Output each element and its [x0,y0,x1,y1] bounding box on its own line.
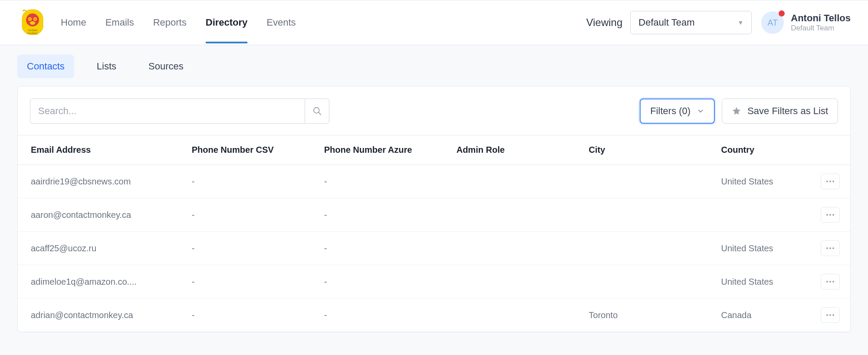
nav-item-home[interactable]: Home [61,0,86,45]
col-header-admin-role[interactable]: Admin Role [449,135,581,165]
cell-admin-role [449,198,581,232]
save-filters-label: Save Filters as List [747,105,828,117]
caret-down-icon: ▼ [737,19,743,26]
cell-city [581,265,713,299]
row-actions-button[interactable] [821,174,840,189]
cell-admin-role [449,165,581,198]
col-header-email[interactable]: Email Address [18,135,184,165]
contacts-panel: Filters (0) Save Filters as List Email A… [17,86,851,332]
cell-phone-azure: - [316,232,449,265]
cell-actions [813,165,850,198]
nav-label: Emails [105,17,134,28]
save-filters-button[interactable]: Save Filters as List [722,99,838,124]
cell-admin-role [449,232,581,265]
star-icon [732,106,741,116]
col-header-city[interactable]: City [581,135,713,165]
svg-point-23 [829,314,831,316]
cell-actions [813,299,850,332]
user-name: Antoni Tellos [791,13,851,24]
svg-text:monkey: monkey [27,32,38,35]
table-row[interactable]: aairdrie19@cbsnews.com--United States [18,165,850,198]
main-nav: Home Emails Reports Directory Events [61,0,296,45]
cell-email: adimeloe1q@amazon.co.... [18,265,184,299]
topbar: contact monkey Home Emails Reports Direc… [0,0,868,45]
subtab-label: Contacts [27,61,65,72]
filter-row: Filters (0) Save Filters as List [18,86,850,135]
more-horizontal-icon [826,280,835,283]
cell-phone-csv: - [184,198,316,232]
nav-item-directory[interactable]: Directory [206,0,248,45]
col-header-country[interactable]: Country [713,135,813,165]
nav-label: Directory [206,17,248,28]
svg-point-13 [826,214,828,216]
cell-city [581,232,713,265]
svg-point-14 [829,214,831,216]
row-actions-button[interactable] [821,207,840,223]
cell-email: aaron@contactmonkey.ca [18,198,184,232]
table-row[interactable]: adimeloe1q@amazon.co....--United States [18,265,850,299]
search-icon [312,106,322,116]
search-button[interactable] [305,99,329,123]
table-row[interactable]: aaron@contactmonkey.ca-- [18,198,850,232]
cell-city [581,198,713,232]
filters-button-label: Filters (0) [650,105,690,117]
cell-phone-azure: - [316,198,449,232]
svg-text:contact: contact [28,29,38,32]
team-select[interactable]: Default Team ▼ [630,11,752,34]
nav-item-reports[interactable]: Reports [153,0,187,45]
subtab-label: Lists [97,61,116,72]
subtab-sources[interactable]: Sources [139,55,193,78]
svg-point-4 [34,18,36,20]
cell-phone-csv: - [184,299,316,332]
col-header-phone-csv[interactable]: Phone Number CSV [184,135,316,165]
svg-point-10 [826,181,828,182]
cell-city: Toronto [581,299,713,332]
search-input[interactable] [30,105,305,117]
cell-phone-csv: - [184,165,316,198]
svg-point-20 [829,281,831,283]
cell-email: acaff25@ucoz.ru [18,232,184,265]
cell-country: United States [713,232,813,265]
nav-label: Home [61,17,86,28]
nav-item-emails[interactable]: Emails [105,0,134,45]
subtabs: Contacts Lists Sources [0,45,868,86]
svg-point-12 [832,181,834,182]
cell-country: United States [713,165,813,198]
table-header-row: Email Address Phone Number CSV Phone Num… [18,135,850,165]
nav-label: Reports [153,17,187,28]
svg-point-17 [829,247,831,249]
nav-label: Events [266,17,296,28]
svg-point-3 [29,18,30,20]
subtab-contacts[interactable]: Contacts [17,55,74,78]
avatar[interactable]: AT [761,11,784,34]
table-row[interactable]: acaff25@ucoz.ru--United States [18,232,850,265]
cell-admin-role [449,299,581,332]
user-block[interactable]: Antoni Tellos Default Team [791,13,851,33]
app-logo[interactable]: contact monkey [17,7,48,38]
row-actions-button[interactable] [821,240,840,256]
table-row[interactable]: adrian@contactmonkey.ca--TorontoCanada [18,299,850,332]
cell-email: aairdrie19@cbsnews.com [18,165,184,198]
more-horizontal-icon [826,214,835,216]
cell-country [713,198,813,232]
more-horizontal-icon [826,247,835,250]
svg-point-16 [826,247,828,249]
row-actions-button[interactable] [821,307,840,323]
filters-button[interactable]: Filters (0) [640,99,715,124]
svg-point-11 [829,181,831,182]
team-select-value: Default Team [638,17,694,28]
col-header-phone-azure[interactable]: Phone Number Azure [316,135,449,165]
cell-phone-csv: - [184,232,316,265]
cell-actions [813,198,850,232]
cell-country: United States [713,265,813,299]
cell-actions [813,232,850,265]
svg-point-5 [30,21,35,25]
svg-point-21 [832,281,834,283]
svg-point-19 [826,281,828,283]
nav-item-events[interactable]: Events [266,0,296,45]
row-actions-button[interactable] [821,274,840,289]
svg-point-15 [832,214,834,216]
svg-point-24 [832,314,834,316]
subtab-lists[interactable]: Lists [87,55,126,78]
cell-admin-role [449,265,581,299]
